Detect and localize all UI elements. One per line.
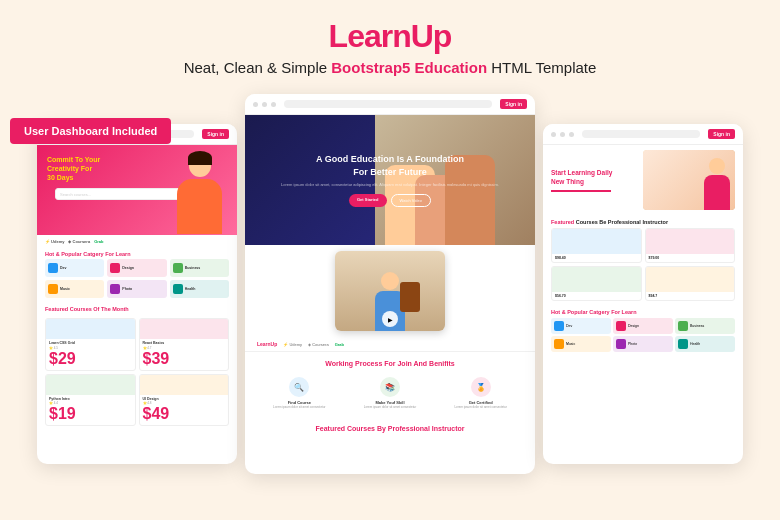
right-cat-4: Music (551, 336, 611, 352)
logo-udemy: ⚡ Udemy (45, 239, 64, 244)
right-course-3: $56.70 (551, 266, 642, 301)
dot3 (569, 132, 574, 137)
url-bar (284, 100, 492, 108)
center-logo-grab: Grab (335, 342, 344, 347)
browser-bar-center: Sign in (245, 94, 535, 115)
center-hero-desc: Lorem ipsum dolor sit amet, consectetur … (281, 182, 499, 188)
right-cat-icon-2 (616, 321, 626, 331)
left-courses-section: Learn CSS Grid ⭐ 4.5 $29 React Basics ⭐ … (37, 314, 237, 430)
dot2 (560, 132, 565, 137)
user-dashboard-badge: User Dashboard Included (10, 118, 171, 144)
right-price-2: $79.00 (649, 256, 732, 260)
cat-icon-4 (48, 284, 58, 294)
find-icon: 🔍 (294, 383, 304, 392)
course-info-2: React Basics ⭐ 4.7 $39 (140, 339, 229, 370)
courses-grid-left: Learn CSS Grid ⭐ 4.5 $29 React Basics ⭐ … (45, 318, 229, 426)
person-head (189, 155, 211, 177)
step-icon-skill: 📚 (380, 377, 400, 397)
dot2 (262, 102, 267, 107)
center-logo-learnup: LearnUp (257, 341, 277, 347)
right-cat-icon-1 (554, 321, 564, 331)
right-categories-section: Hot & Popular Catgery For Learn Dev Desi… (543, 305, 743, 356)
screen-left: Sign in Commit To Your Creativity For 30… (37, 124, 237, 464)
right-course-2: $79.00 (645, 228, 736, 263)
cat-label-5: Photo (122, 287, 132, 291)
screenshots-container: Sign in Commit To Your Creativity For 30… (29, 94, 751, 474)
right-course-img-1 (552, 229, 641, 254)
center-logo-coursera: ◈ Coursera (308, 342, 329, 347)
cat-item-6: Health (170, 280, 229, 298)
person-body (177, 179, 222, 234)
cert-icon: 🏅 (476, 383, 486, 392)
cat-icon-1 (48, 263, 58, 273)
watch-video-btn[interactable]: Watch Video (391, 194, 431, 207)
right-course-4: $94.7 (645, 266, 736, 301)
right-person-bg (643, 150, 735, 210)
course-price-1: $29 (49, 350, 132, 368)
step-desc-skill: Lorem ipsum dolor sit amet consectetur (348, 405, 433, 409)
right-cat-icon-5 (616, 339, 626, 349)
process-title: Working Process For Join And Benifits (257, 360, 523, 367)
right-person-head (709, 158, 725, 174)
cat-icon-2 (110, 263, 120, 273)
left-categories-grid: Dev Design Business Music Photo (37, 259, 237, 298)
right-cat-6: Health (675, 336, 735, 352)
get-started-btn[interactable]: Get Started (349, 194, 387, 207)
right-cat-1: Dev (551, 318, 611, 334)
cat-label-3: Business (185, 266, 201, 270)
right-hero-text-area: Start Learning Daily New Thing (551, 168, 643, 192)
center-hero-subtitle: For Better Future (281, 166, 499, 179)
course-card-2: React Basics ⭐ 4.7 $39 (139, 318, 230, 371)
sign-in-btn-right[interactable]: Sign in (708, 129, 735, 139)
center-logo-udemy: ⚡ Udemy (283, 342, 302, 347)
center-screen-content: A Good Education Is A Foundation For Bet… (245, 115, 535, 436)
browser-bar-right: Sign in (543, 124, 743, 145)
step-cert: 🏅 Get Certified Lorem ipsum dolor sit am… (438, 377, 523, 409)
play-btn[interactable]: ▶ (382, 311, 398, 327)
right-course-info-1: $98.40 (552, 254, 641, 262)
right-cat-2: Design (613, 318, 673, 334)
right-course-info-3: $56.70 (552, 292, 641, 300)
url-bar (582, 130, 700, 138)
sign-in-btn-left[interactable]: Sign in (202, 129, 229, 139)
right-course-img-4 (646, 267, 735, 292)
right-person-body (704, 175, 730, 210)
sign-in-btn-center[interactable]: Sign in (500, 99, 527, 109)
right-hero-divider (551, 190, 611, 192)
course-card-3: Python Intro ⭐ 4.4 $19 (45, 374, 136, 427)
course-price-3: $19 (49, 405, 132, 423)
course-info-1: Learn CSS Grid ⭐ 4.5 $29 (46, 339, 135, 370)
dot1 (551, 132, 556, 137)
right-price-3: $56.70 (555, 294, 638, 298)
student-photo-area: ▶ (245, 245, 535, 337)
right-courses-grid: $98.40 $79.00 $56.70 (551, 228, 735, 301)
right-cat-icon-4 (554, 339, 564, 349)
left-courses-title: Featured Courses Of The Month (37, 303, 237, 314)
course-price-2: $39 (143, 350, 226, 368)
hero-person-illustration (162, 145, 237, 235)
course-img-1 (46, 319, 135, 339)
screen-center: Sign in A Good Education Is A Foundation… (245, 94, 535, 474)
center-hero-buttons: Get Started Watch Video (281, 194, 499, 207)
right-course-info-2: $79.00 (646, 254, 735, 262)
logo-text-up: Up (411, 18, 452, 54)
right-cat-title: Hot & Popular Catgery For Learn (551, 309, 735, 315)
right-hero-text: Start Learning Daily New Thing (551, 168, 641, 186)
right-cat-label-3: Business (690, 324, 704, 328)
play-icon: ▶ (388, 316, 393, 323)
screen-right: Sign in Start Learning Daily New Thing (543, 124, 743, 464)
step-find: 🔍 Find Course Lorem ipsum dolor sit amet… (257, 377, 342, 409)
right-cat-label-5: Photo (628, 342, 637, 346)
cat-item-2: Design (107, 259, 166, 277)
center-hero-title: A Good Education Is A Foundation (281, 153, 499, 166)
cat-label-2: Design (122, 266, 134, 270)
right-cat-icon-3 (678, 321, 688, 331)
left-cat-title: Hot & Popular Catgery For Learn (37, 248, 237, 259)
person-hair (188, 151, 212, 165)
right-person (704, 158, 730, 210)
player-head (381, 272, 399, 290)
right-cat-label-2: Design (628, 324, 639, 328)
right-cat-label-1: Dev (566, 324, 572, 328)
logo-text-learn: Learn (329, 18, 411, 54)
cat-item-1: Dev (45, 259, 104, 277)
